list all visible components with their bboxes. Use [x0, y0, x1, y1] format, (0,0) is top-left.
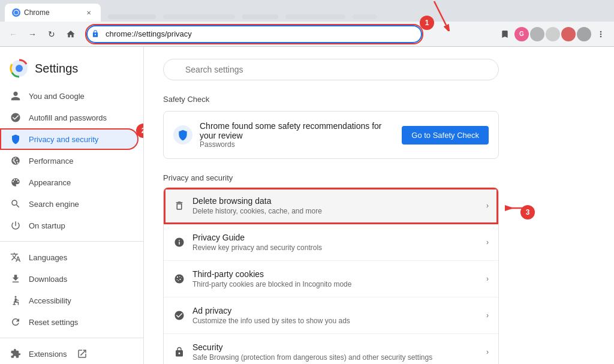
safety-info-message: Chrome found some safety recommendations…	[200, 121, 395, 140]
svg-point-12	[179, 279, 180, 280]
home-button[interactable]	[62, 26, 79, 43]
svg-point-11	[177, 279, 178, 281]
sidebar-item-label-appearance: Appearance	[29, 178, 71, 187]
sidebar-item-privacy-wrap: Privacy and security 2	[0, 128, 143, 150]
trash-icon	[173, 200, 185, 212]
safety-info: Chrome found some safety recommendations…	[200, 121, 395, 149]
ext-icon-4[interactable]	[577, 27, 591, 41]
third-party-cookies-item[interactable]: Third-party cookies Third-party cookies …	[164, 261, 498, 297]
sidebar-item-label-search: Search engine	[29, 200, 79, 209]
sidebar-item-on-startup[interactable]: On startup	[0, 215, 139, 236]
sidebar-item-you-and-google[interactable]: You and Google	[0, 85, 139, 107]
tab-close-button[interactable]: ✕	[84, 8, 94, 17]
delete-browsing-desc: Delete history, cookies, cache, and more	[192, 207, 479, 215]
settings-logo-icon	[10, 59, 29, 78]
privacy-guide-icon	[173, 236, 185, 248]
cookies-title: Third-party cookies	[192, 269, 479, 279]
cookies-text: Third-party cookies Third-party cookies …	[192, 269, 479, 288]
bookmark-icon[interactable]	[496, 26, 513, 43]
downloads-icon	[10, 273, 22, 285]
privacy-settings-list: Delete browsing data Delete history, coo…	[163, 187, 499, 364]
safety-info-sub: Passwords	[200, 140, 395, 149]
svg-point-14	[181, 277, 182, 278]
safety-shield-icon	[173, 125, 192, 145]
ext-icon-1[interactable]	[530, 27, 544, 41]
chevron-icon-4: ›	[486, 348, 489, 356]
svg-point-13	[178, 280, 179, 281]
sidebar-item-appearance[interactable]: Appearance	[0, 172, 139, 193]
chevron-icon-3: ›	[486, 311, 489, 320]
address-bar-lock-icon	[91, 29, 101, 39]
external-link-icon	[77, 348, 88, 359]
appearance-icon	[10, 176, 22, 188]
delete-browsing-text: Delete browsing data Delete history, coo…	[192, 196, 479, 215]
main-content: Safety Check Chrome found some safety re…	[144, 47, 614, 364]
sidebar-item-languages[interactable]: Languages	[0, 246, 139, 268]
sidebar-item-label-extensions: Extensions	[29, 350, 67, 359]
shield-icon	[10, 133, 22, 145]
sidebar-item-accessibility[interactable]: Accessibility	[0, 290, 139, 311]
safety-check-title: Safety Check	[163, 95, 595, 104]
sidebar-item-search-engine[interactable]: Search engine	[0, 193, 139, 215]
privacy-guide-title: Privacy Guide	[192, 233, 479, 242]
sidebar-item-label-privacy: Privacy and security	[29, 135, 98, 144]
safety-check-button[interactable]: Go to Safety Check	[402, 126, 489, 145]
privacy-guide-text: Privacy Guide Review key privacy and sec…	[192, 233, 479, 252]
power-icon	[10, 219, 22, 231]
sidebar: Settings You and Google Autofill and pas…	[0, 47, 144, 364]
sidebar-item-label-languages: Languages	[29, 253, 67, 262]
address-bar[interactable]	[86, 25, 422, 43]
delete-browsing-item-wrap: Delete browsing data Delete history, coo…	[164, 188, 498, 224]
security-text: Security Safe Browsing (protection from …	[192, 342, 479, 362]
ad-privacy-title: Ad privacy	[192, 306, 479, 315]
ext-icon-2[interactable]	[546, 27, 560, 41]
sidebar-item-downloads[interactable]: Downloads	[0, 268, 139, 290]
autofill-icon	[10, 112, 22, 124]
sidebar-divider-2	[0, 338, 143, 338]
ext-icon-3[interactable]	[561, 27, 576, 41]
ad-privacy-desc: Customize the info used by sites to show…	[192, 317, 479, 325]
chevron-icon-2: ›	[486, 275, 489, 283]
reset-icon	[10, 316, 22, 328]
ad-privacy-item[interactable]: Ad privacy Customize the info used by si…	[164, 297, 498, 334]
sidebar-divider	[0, 241, 143, 242]
sidebar-item-extensions[interactable]: Extensions	[0, 343, 139, 364]
cookies-desc: Third-party cookies are blocked in Incog…	[192, 280, 479, 288]
sidebar-item-label-startup: On startup	[29, 221, 65, 230]
delete-browsing-title: Delete browsing data	[192, 196, 479, 206]
cookies-icon	[173, 273, 185, 285]
svg-point-3	[16, 65, 23, 72]
sidebar-item-autofill[interactable]: Autofill and passwords	[0, 107, 139, 128]
reload-button[interactable]: ↻	[43, 26, 60, 43]
forward-button[interactable]: →	[24, 26, 41, 43]
person-icon	[10, 90, 22, 102]
toolbar-actions: G	[496, 26, 609, 43]
delete-browsing-item[interactable]: Delete browsing data Delete history, coo…	[164, 188, 498, 224]
ad-privacy-icon	[173, 309, 185, 321]
annotation-1: 1	[420, 16, 434, 30]
settings-search[interactable]	[163, 59, 499, 80]
performance-icon	[10, 155, 22, 167]
privacy-guide-item[interactable]: Privacy Guide Review key privacy and sec…	[164, 224, 498, 261]
sidebar-item-privacy[interactable]: Privacy and security	[0, 128, 139, 150]
profile-icon[interactable]: G	[514, 27, 529, 41]
security-desc: Safe Browsing (protection from dangerous…	[192, 353, 479, 362]
sidebar-item-label-downloads: Downloads	[29, 275, 67, 284]
settings-header: Settings	[0, 52, 143, 85]
back-button[interactable]: ←	[5, 26, 22, 43]
menu-icon[interactable]	[592, 26, 609, 43]
tab-favicon	[12, 8, 20, 17]
sidebar-item-reset[interactable]: Reset settings	[0, 311, 139, 333]
sidebar-item-label-reset: Reset settings	[29, 318, 78, 327]
languages-icon	[10, 251, 22, 263]
accessibility-icon	[10, 294, 22, 306]
sidebar-item-label-you-and-google: You and Google	[29, 92, 85, 101]
chevron-icon-0: ›	[486, 201, 489, 210]
svg-point-5	[15, 296, 17, 298]
security-item[interactable]: Security Safe Browsing (protection from …	[164, 334, 498, 364]
active-tab[interactable]: Chrome ✕	[5, 4, 101, 22]
privacy-guide-desc: Review key privacy and security controls	[192, 243, 479, 252]
sidebar-item-label-autofill: Autofill and passwords	[29, 113, 107, 122]
sidebar-item-performance[interactable]: Performance	[0, 150, 139, 172]
settings-title: Settings	[35, 62, 78, 76]
